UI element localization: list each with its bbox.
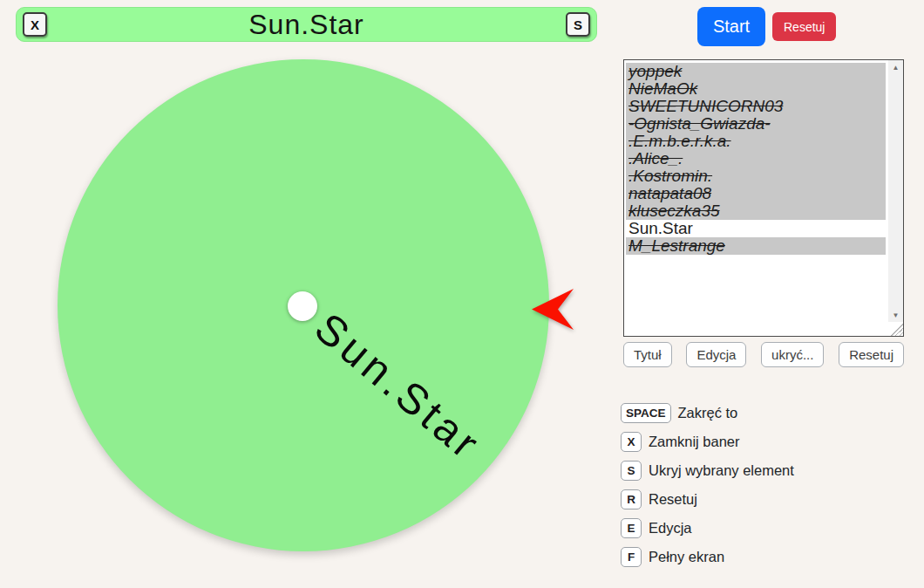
list-item-name: Sun.Star	[628, 219, 693, 237]
close-banner-key-icon[interactable]: X	[23, 12, 47, 37]
banner-title: Sun.Star	[17, 9, 596, 41]
scroll-down-icon[interactable]: ▼	[888, 308, 903, 322]
list-item-name: natapata08	[628, 184, 711, 202]
shortcut-label: Ukryj wybrany element	[649, 462, 794, 479]
shortcut-row: F Pełny ekran	[621, 546, 794, 567]
entries-list: yoppek NieMaOk SWEETUNICORN03 -Ognista_G…	[626, 63, 886, 319]
list-scrollbar[interactable]: ▲ ▼	[888, 60, 903, 322]
winner-banner: X Sun.Star S	[16, 7, 597, 42]
toolbar-button-label: ukryć...	[771, 347, 813, 362]
list-toolbar: Tytuł Edycja ukryć... Resetuj	[623, 342, 904, 367]
list-item[interactable]: kluseczka35	[626, 202, 886, 220]
shortcuts-legend: SPACE Zakręć to X Zamknij baner S Ukryj …	[621, 402, 794, 575]
list-item-name: NieMaOk	[628, 79, 697, 98]
wheel-entry-label: Sun.Star	[287, 287, 491, 469]
shortcut-row: X Zamknij baner	[621, 431, 794, 452]
resize-grip-icon[interactable]	[889, 322, 903, 336]
start-button[interactable]: Start	[697, 7, 765, 46]
list-item-name: yoppek	[628, 63, 682, 80]
keycap-icon: F	[621, 547, 642, 567]
reset-button[interactable]: Resetuj	[772, 12, 836, 41]
wheel-center-hub	[288, 291, 317, 321]
keycap-icon: R	[621, 489, 642, 509]
shortcut-label: Zamknij baner	[649, 434, 740, 450]
toolbar-button-label: Tytuł	[634, 347, 662, 362]
shortcut-label: Edycja	[649, 520, 692, 537]
keycap-icon: SPACE	[621, 403, 671, 423]
list-item-name: .Kostromin.	[628, 167, 712, 185]
shortcut-label: Pełny ekran	[649, 549, 724, 565]
shortcut-row: S Ukryj wybrany element	[621, 460, 794, 481]
shortcut-row: SPACE Zakręć to	[621, 402, 794, 423]
list-item[interactable]: SWEETUNICORN03	[626, 98, 886, 115]
list-item[interactable]: .Kostromin.	[626, 168, 886, 185]
list-item[interactable]: M_Lestrange	[626, 237, 886, 255]
list-item-name: kluseczka35	[628, 202, 720, 220]
keycap-icon: E	[621, 518, 642, 538]
list-item[interactable]: .E.m.b.e.r.k.a.	[626, 133, 886, 150]
toolbar-button-label: Resetuj	[849, 347, 893, 362]
toolbar-button[interactable]: Edycja	[686, 342, 746, 367]
spinner-wheel[interactable]: Sun.Star	[58, 59, 549, 551]
list-item[interactable]: natapata08	[626, 185, 886, 202]
list-item[interactable]: .Alice_.	[626, 150, 886, 168]
shortcut-label: Zakręć to	[678, 405, 738, 421]
toolbar-button[interactable]: Resetuj	[839, 342, 904, 367]
toolbar-button[interactable]: Tytuł	[623, 342, 672, 367]
list-item[interactable]: Sun.Star	[626, 220, 886, 237]
wheel-pointer-icon	[532, 289, 574, 330]
scroll-up-icon[interactable]: ▲	[888, 60, 903, 74]
list-item[interactable]: yoppek	[626, 63, 886, 80]
keycap-icon: X	[621, 432, 642, 452]
keycap-icon: S	[621, 461, 642, 481]
list-item[interactable]: -Ognista_Gwiazda-	[626, 115, 886, 133]
list-item[interactable]: NieMaOk	[626, 80, 886, 98]
toolbar-button[interactable]: ukryć...	[761, 342, 824, 367]
list-item-name: .Alice_.	[628, 149, 683, 168]
entries-listbox[interactable]: yoppek NieMaOk SWEETUNICORN03 -Ognista_G…	[623, 59, 904, 337]
shortcut-label: Resetuj	[649, 491, 697, 508]
shortcut-row: R Resetuj	[621, 489, 794, 509]
list-item-name: SWEETUNICORN03	[628, 97, 783, 115]
shortcut-row: E Edycja	[621, 517, 794, 538]
list-item-name: M_Lestrange	[628, 236, 725, 255]
list-item-name: -Ognista_Gwiazda-	[628, 114, 771, 133]
toolbar-button-label: Edycja	[696, 347, 736, 362]
hide-entry-key-icon[interactable]: S	[566, 12, 590, 37]
list-item-name: .E.m.b.e.r.k.a.	[628, 132, 731, 150]
